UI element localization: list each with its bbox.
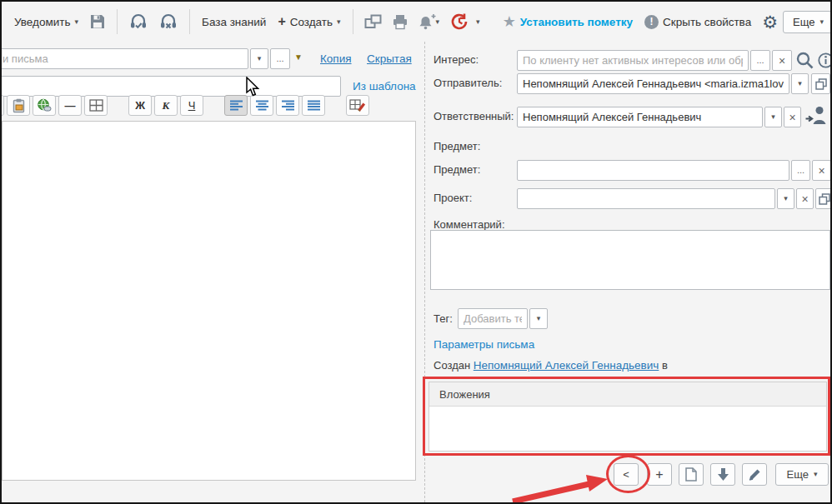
attachments-add-button[interactable]: + <box>647 463 672 486</box>
attachments-edit-button[interactable] <box>742 463 767 486</box>
assign-to-me-button[interactable] <box>804 105 828 126</box>
attachments-header: Вложения <box>429 382 826 407</box>
responsible-dropdown-button[interactable]: ▾ <box>764 107 782 127</box>
settings-button[interactable]: ⚙ <box>757 10 783 34</box>
pencil-icon <box>748 468 761 482</box>
print-button[interactable] <box>387 11 413 33</box>
knowledge-base-button[interactable]: База знаний <box>196 12 272 32</box>
paste-button[interactable] <box>7 95 30 116</box>
responsible-input[interactable] <box>517 107 763 127</box>
created-author-link[interactable]: Непомнящий Алексей Геннадьевич <box>474 359 659 372</box>
table-icon <box>89 99 103 112</box>
subject-section-label: Предмет: <box>434 140 480 152</box>
hide-properties-button[interactable]: ! Скрыть свойства <box>639 11 757 33</box>
close-icon: × <box>779 55 785 67</box>
chevron-down-icon: ▾ <box>74 18 78 26</box>
insert-link-button[interactable] <box>33 95 56 116</box>
reject-call-icon-button[interactable] <box>153 10 183 34</box>
plus-icon: + <box>655 467 663 482</box>
project-input[interactable] <box>517 188 775 209</box>
gear-icon: ⚙ <box>762 13 778 31</box>
created-line: Создан Непомнящий Алексей Геннадьевич в <box>434 359 668 372</box>
compose-panel: ▾ ... ▼ Копия Скрытая Из шаблона <box>2 42 425 502</box>
bell-plus-icon <box>419 14 436 30</box>
attachments-title: Вложения <box>439 388 490 401</box>
toolbar-separator <box>353 9 353 34</box>
set-mark-button[interactable]: ★ Установить пометку <box>497 10 639 33</box>
recipients-dropdown-button[interactable]: ▾ <box>250 48 268 69</box>
interest-clear-button[interactable]: × <box>772 50 792 71</box>
project-dropdown-button[interactable]: ▾ <box>777 188 794 209</box>
notify-label: Уведомить <box>14 16 70 28</box>
attachments-download-button[interactable] <box>710 463 735 486</box>
interest-input[interactable] <box>517 50 749 71</box>
create-button[interactable]: + Создать ▾ <box>272 10 346 33</box>
attachments-more-label: Еще <box>787 468 809 481</box>
attachments-new-file-button[interactable] <box>679 463 704 486</box>
chevron-down-icon: ▾ <box>476 18 480 26</box>
recipients-input[interactable] <box>0 48 248 69</box>
recipients-select-button[interactable]: ... <box>270 48 290 69</box>
bcc-link[interactable]: Скрытая <box>367 52 412 65</box>
subject-input[interactable] <box>0 76 341 97</box>
toolbar-more-button[interactable]: Еще ▾ <box>783 11 832 33</box>
from-template-link[interactable]: Из шаблона <box>353 80 416 92</box>
horizontal-line-button[interactable]: — <box>58 95 82 116</box>
align-left-button[interactable] <box>224 95 248 116</box>
project-clear-button[interactable]: × <box>796 188 814 209</box>
paste-icon <box>12 98 26 113</box>
chevron-down-icon: ▾ <box>819 18 824 26</box>
project-open-button[interactable] <box>815 188 832 209</box>
attachments-list[interactable] <box>429 407 826 451</box>
reminder-button[interactable]: ▾ <box>413 11 445 33</box>
change-form-button[interactable] <box>359 11 387 33</box>
tag-label: Тег: <box>434 312 453 325</box>
align-justify-button[interactable] <box>302 95 325 116</box>
responsible-clear-button[interactable]: × <box>784 107 801 127</box>
interest-info-button[interactable] <box>818 52 832 68</box>
ellipsis-icon: ... <box>797 166 804 175</box>
save-icon <box>89 13 106 30</box>
underline-button[interactable]: Ч <box>180 95 203 116</box>
email-compose-window: Уведомить ▾ База знаний + Создать ▾ <box>0 0 832 504</box>
tag-input[interactable] <box>458 308 528 329</box>
recipients-expand-button[interactable]: ▼ <box>294 52 303 62</box>
document-icon <box>685 467 697 482</box>
chevron-left-icon: < <box>623 468 629 481</box>
save-button[interactable] <box>84 10 111 33</box>
insert-table-button[interactable] <box>84 95 108 116</box>
edit-table-button[interactable] <box>346 95 369 116</box>
comment-textarea[interactable] <box>430 230 830 290</box>
sender-label: Отправитель: <box>434 77 502 89</box>
plus-icon: + <box>278 14 285 29</box>
copy-link[interactable]: Копия <box>320 52 352 65</box>
panel-splitter[interactable] <box>424 42 425 502</box>
subject-select-button[interactable]: ... <box>791 160 810 181</box>
sender-open-button[interactable] <box>811 73 830 94</box>
align-justify-icon <box>307 100 321 111</box>
email-params-link[interactable]: Параметры письма <box>434 338 534 351</box>
bold-button[interactable]: Ж <box>128 95 152 116</box>
attachments-more-button[interactable]: Еще ▾ <box>775 463 829 486</box>
attachments-collapse-button[interactable]: < <box>614 463 639 486</box>
interest-search-button[interactable] <box>795 51 814 70</box>
align-right-button[interactable] <box>276 95 299 116</box>
message-body-editor[interactable] <box>2 121 416 481</box>
align-center-button[interactable] <box>250 95 273 116</box>
interest-select-button[interactable]: ... <box>750 50 770 71</box>
notify-button[interactable]: Уведомить ▾ <box>8 12 84 32</box>
printer-icon <box>392 14 408 30</box>
cutoff-format-button[interactable] <box>0 95 4 116</box>
subject-clear-button[interactable]: × <box>812 160 831 181</box>
italic-button[interactable]: К <box>154 95 178 116</box>
clock-refresh-icon <box>449 12 469 32</box>
star-icon: ★ <box>503 14 516 29</box>
sender-dropdown-button[interactable]: ▾ <box>791 73 809 94</box>
tag-dropdown-button[interactable]: ▾ <box>529 308 548 329</box>
subject-ref-input[interactable] <box>517 160 789 181</box>
accept-call-icon-button[interactable] <box>123 10 153 34</box>
postpone-button[interactable]: ▾ <box>444 8 485 35</box>
toolbar-separator <box>189 9 190 34</box>
sender-input[interactable] <box>517 73 789 94</box>
exclamation-icon: ! <box>644 15 659 29</box>
